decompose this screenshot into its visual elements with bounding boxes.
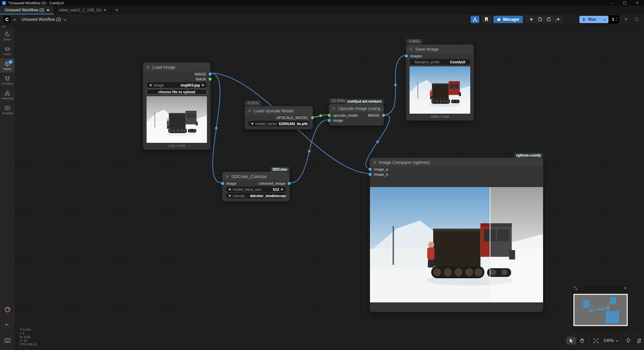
image-combo-widget[interactable]: ◀ image img003.jpg ▶ (147, 82, 207, 88)
toggle-links-button[interactable] (634, 337, 644, 345)
minimap-toggle-icon[interactable] (574, 286, 578, 290)
drag-handle[interactable]: ⋮⋮ (567, 17, 575, 21)
input-port-upscale-model[interactable] (328, 114, 331, 117)
arrow-left-icon[interactable]: ◀ (251, 122, 253, 125)
cancel-run-button[interactable]: ✕ (622, 16, 630, 23)
stop-button[interactable] (633, 16, 641, 23)
input-port-images[interactable] (405, 54, 408, 57)
node-save-image[interactable]: 4.655s Save Image images filename_prefix… (406, 44, 474, 121)
output-port-image[interactable] (382, 114, 385, 117)
pan-tool-button[interactable] (577, 337, 587, 345)
arrow-left-icon[interactable]: ◀ (149, 83, 151, 86)
window-title: *Unsaved Workflow (2) - ComfyUI (8, 1, 64, 5)
port-label: image_a (374, 167, 388, 171)
tab-unsaved-workflow[interactable]: Unsaved Workflow (2) (0, 6, 54, 14)
collapse-dot-icon[interactable] (332, 107, 335, 110)
batch-count-input[interactable]: 1 (609, 16, 619, 23)
tab-video-wan[interactable]: video_wan2_2_14B_i2v (54, 6, 111, 14)
collapse-dot-icon[interactable] (373, 161, 376, 164)
collapse-dot-icon[interactable] (410, 48, 413, 51)
zoom-level-value: 100% (603, 338, 614, 343)
arrow-right-icon[interactable]: ▶ (202, 83, 204, 86)
manager-button[interactable]: Manager (493, 16, 523, 23)
node-image-comparer[interactable]: rgthree-comfy Image Comparer (rgthree) i… (370, 158, 543, 312)
collapse-dot-icon[interactable] (147, 66, 150, 69)
sidebar-item-nodesmap[interactable]: NodesMap (0, 88, 15, 103)
workflow-name-menu[interactable]: Unsaved Workflow (2) (21, 17, 66, 22)
graph-view-button[interactable] (471, 16, 479, 23)
input-port-image[interactable] (328, 119, 331, 122)
arrow-right-icon[interactable]: ▶ (281, 188, 283, 191)
output-port-upscale-model[interactable] (311, 116, 314, 119)
chevron-down-icon[interactable] (603, 18, 606, 20)
node-header[interactable]: Upscale Image (using ... (329, 104, 384, 113)
toggle-theme-button[interactable] (624, 337, 634, 345)
share-button[interactable] (553, 16, 562, 23)
select-tool-button[interactable] (566, 337, 576, 345)
node-header[interactable]: Load Image (143, 63, 210, 71)
chevron-down-icon[interactable] (13, 18, 16, 20)
execution-time-badge: 22.943s (329, 98, 347, 103)
terminal-button[interactable]: >_ (0, 323, 15, 327)
checkpoint-combo-widget[interactable]: ◀ checkp... ddcolor_modelscope.pth ▶ (226, 193, 286, 198)
node-header[interactable]: DDColor_Colorize (222, 172, 289, 181)
output-row: IMAGE (143, 71, 210, 76)
filename-prefix-widget[interactable]: filename_prefix ComfyUI (410, 59, 470, 65)
count-stepper[interactable] (616, 18, 617, 21)
node-header[interactable]: Image Comparer (rgthree) (370, 158, 543, 167)
maximize-button[interactable] (623, 1, 627, 5)
fit-view-button[interactable] (591, 337, 601, 345)
favorite-button[interactable]: ★ (527, 16, 536, 23)
node-upscale-image[interactable]: 22.943s comfyui-art-venture Upscale Imag… (329, 104, 384, 126)
undo-button[interactable] (536, 16, 544, 23)
node-header[interactable]: Load Upscale Model (245, 106, 313, 115)
comfyui-menu-button[interactable]: C (3, 16, 11, 23)
sidebar-item-queue[interactable]: Queue (0, 29, 15, 44)
output-port-image[interactable] (209, 72, 212, 75)
new-tab-button[interactable]: + (111, 6, 122, 14)
status-badge: Idle (0, 24, 15, 29)
fit-view-icon (593, 338, 598, 343)
node-header[interactable]: Save Image (406, 45, 474, 53)
model-input-size-widget[interactable]: ◀ model_input_size 512 ▶ (226, 186, 286, 192)
execution-time-badge: 4.655s (406, 39, 423, 44)
run-label: Run (588, 17, 596, 22)
collapse-dot-icon[interactable] (226, 175, 229, 178)
minimap-view[interactable] (573, 292, 627, 330)
node-load-upscale-model[interactable]: 0.157s Load Upscale Model UPSCALE_MODEL … (245, 106, 313, 129)
node-load-image[interactable]: Load Image IMAGE MASK ◀ image img003.jpg… (143, 62, 211, 150)
zoom-level-dropdown[interactable]: 100% (601, 338, 620, 343)
input-port-image-b[interactable] (369, 173, 372, 176)
sidebar-item-templates[interactable]: Templates (0, 103, 15, 117)
node-title: Load Image (152, 65, 175, 70)
node-graph-canvas[interactable]: Load Image IMAGE MASK ◀ image img003.jpg… (15, 24, 644, 350)
arrow-left-icon[interactable]: ◀ (228, 194, 230, 197)
node-ddcolor-colorize[interactable]: DDColor DDColor_Colorize image colorized… (222, 172, 290, 201)
sidebar-item-nodes[interactable]: Nodes (0, 44, 15, 58)
comparer-image[interactable] (370, 187, 543, 302)
comparer-slider-handle[interactable] (490, 187, 490, 302)
redo-button[interactable] (544, 16, 553, 23)
port-label: colorized_image (259, 181, 285, 185)
sidebar-item-workflows[interactable]: Workflows (0, 73, 15, 88)
collapse-dot-icon[interactable] (248, 109, 251, 112)
keyboard-icon (5, 338, 10, 343)
input-port-image[interactable] (221, 182, 224, 185)
run-button[interactable]: Run (579, 16, 608, 23)
theme-button[interactable] (0, 307, 15, 312)
node-title: Save Image (415, 47, 438, 52)
sidebar-item-models[interactable]: Models 5 (0, 58, 15, 73)
output-port-mask[interactable] (209, 77, 212, 80)
minimize-button[interactable]: – (610, 1, 614, 5)
model-name-combo-widget[interactable]: ◀ model_name ESRGAN_4x.pth ▶ (248, 121, 309, 126)
output-port-colorized-image[interactable] (288, 182, 291, 185)
minimap-close-icon[interactable]: ✕ (624, 286, 627, 290)
minimap-panel[interactable]: ✕ (571, 284, 630, 333)
bookmark-button[interactable] (482, 16, 491, 23)
upload-button[interactable]: choose file to upload (147, 89, 207, 95)
close-button[interactable]: ✕ (635, 1, 639, 5)
shortcuts-button[interactable] (0, 338, 15, 343)
arrow-left-icon[interactable]: ◀ (228, 188, 230, 191)
nodesmap-icon (5, 91, 10, 96)
input-port-image-a[interactable] (369, 168, 372, 171)
